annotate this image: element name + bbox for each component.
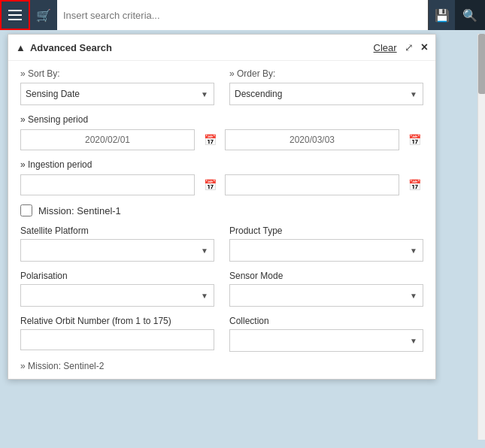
advanced-search-panel: ▲ Advanced Search Clear ⤢ × » Sort By: S…	[8, 34, 436, 380]
search-button[interactable]: 🔍	[455, 0, 485, 30]
collapse-icon[interactable]: ▲	[16, 42, 26, 53]
sensor-mode-label: Sensor Mode	[229, 271, 423, 281]
relative-orbit-input[interactable]	[20, 329, 214, 350]
close-button[interactable]: ×	[421, 41, 428, 54]
sensor-mode-col: Sensor Mode	[229, 271, 423, 307]
save-icon: 💾	[435, 8, 450, 23]
polarisation-sensor-row: Polarisation Sensor Mode	[20, 271, 423, 307]
product-type-label: Product Type	[229, 226, 423, 236]
sensing-start-wrap	[20, 129, 195, 150]
more-missions-label: » Mission: Sentinel-2	[20, 361, 423, 371]
satellite-platform-select-wrap	[20, 239, 214, 262]
polarisation-col: Polarisation	[20, 271, 214, 307]
ingestion-end-input[interactable]	[225, 174, 399, 195]
sensor-mode-select-wrap	[229, 284, 423, 307]
product-type-col: Product Type	[229, 226, 423, 262]
sensor-mode-select[interactable]	[229, 284, 423, 307]
satellite-platform-label: Satellite Platform	[20, 226, 214, 236]
collection-select-wrap	[229, 329, 423, 352]
platform-product-row: Satellite Platform Product Type	[20, 226, 423, 262]
sensing-start-input[interactable]	[20, 129, 195, 150]
panel-header: ▲ Advanced Search Clear ⤢ ×	[8, 35, 435, 61]
product-type-select[interactable]	[229, 239, 423, 262]
mission-sentinel1-checkbox[interactable]	[20, 204, 32, 216]
polarisation-select-wrap	[20, 284, 214, 307]
clear-button[interactable]: Clear	[374, 42, 397, 53]
order-by-select-wrap: Descending	[229, 83, 423, 105]
order-by-select[interactable]: Descending	[229, 83, 423, 105]
panel-header-right: Clear ⤢ ×	[374, 41, 428, 54]
satellite-platform-select[interactable]	[20, 239, 214, 262]
more-missions-text: » Mission: Sentinel-2	[20, 361, 104, 371]
ingestion-start-calendar-icon[interactable]: 📅	[201, 176, 219, 194]
ingestion-period-label: » Ingestion period	[20, 159, 423, 170]
mission-sentinel1-row: Mission: Sentinel-1	[20, 204, 423, 216]
collection-select[interactable]	[229, 329, 423, 352]
hamburger-icon	[8, 10, 22, 20]
orbit-collection-row: Relative Orbit Number (from 1 to 175) Co…	[20, 316, 423, 352]
search-bar: 🛒 💾 🔍	[0, 0, 485, 30]
sensing-end-calendar-icon[interactable]: 📅	[405, 131, 423, 149]
relative-orbit-col: Relative Orbit Number (from 1 to 175)	[20, 316, 214, 352]
order-by-label: » Order By:	[229, 68, 423, 79]
ingestion-start-wrap	[20, 174, 195, 195]
mission-sentinel1-label: Mission: Sentinel-1	[38, 205, 121, 216]
expand-icon[interactable]: ⤢	[405, 41, 414, 53]
sort-by-label: » Sort By:	[20, 68, 214, 79]
search-input-wrap	[57, 0, 428, 30]
relative-orbit-label: Relative Orbit Number (from 1 to 175)	[20, 316, 214, 326]
sensing-end-input[interactable]	[225, 129, 399, 150]
save-button[interactable]: 💾	[428, 0, 455, 30]
ingestion-period-row: 📅 📅	[20, 174, 423, 195]
product-type-select-wrap	[229, 239, 423, 262]
satellite-platform-col: Satellite Platform	[20, 226, 214, 262]
menu-button[interactable]	[0, 0, 30, 30]
sensing-period-row: 📅 📅	[20, 129, 423, 150]
order-by-col: » Order By: Descending	[229, 68, 423, 105]
sort-by-select-wrap: Sensing Date	[20, 83, 214, 105]
sort-order-row: » Sort By: Sensing Date » Order By: Desc…	[20, 68, 423, 105]
scrollbar-thumb[interactable]	[478, 34, 485, 94]
ingestion-start-input[interactable]	[20, 174, 195, 195]
panel-body: » Sort By: Sensing Date » Order By: Desc…	[8, 61, 435, 379]
collection-label: Collection	[229, 316, 423, 326]
panel-header-left: ▲ Advanced Search	[16, 42, 112, 53]
sort-by-select[interactable]: Sensing Date	[20, 83, 214, 105]
polarisation-label: Polarisation	[20, 271, 214, 281]
sensing-start-calendar-icon[interactable]: 📅	[201, 131, 219, 149]
scrollbar-track[interactable]	[477, 34, 485, 440]
polarisation-select[interactable]	[20, 284, 214, 307]
cart-icon: 🛒	[30, 0, 57, 30]
sort-by-col: » Sort By: Sensing Date	[20, 68, 214, 105]
collection-col: Collection	[229, 316, 423, 352]
search-input[interactable]	[63, 10, 422, 21]
sensing-period-label: » Sensing period	[20, 114, 423, 125]
ingestion-end-wrap	[225, 174, 399, 195]
ingestion-end-calendar-icon[interactable]: 📅	[405, 176, 423, 194]
sensing-end-wrap	[225, 129, 399, 150]
search-icon: 🔍	[462, 8, 477, 23]
panel-title: Advanced Search	[30, 42, 112, 53]
